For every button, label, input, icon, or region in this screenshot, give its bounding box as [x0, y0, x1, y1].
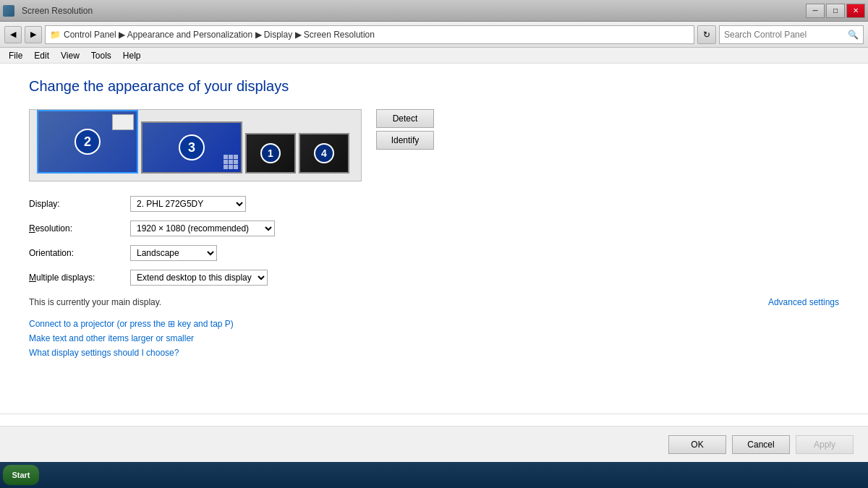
- forward-button[interactable]: ▶: [25, 26, 42, 43]
- cancel-button[interactable]: Cancel: [732, 435, 790, 454]
- taskbar: Start: [0, 462, 868, 488]
- resolution-label-rest: esolution:: [35, 223, 72, 234]
- title-bar: Screen Resolution ─ □ ✕: [0, 0, 868, 22]
- orientation-row: Orientation: Landscape Portrait Landscap…: [29, 245, 839, 261]
- breadcrumb: 📁 Control Panel ▶ Appearance and Persona…: [45, 25, 694, 44]
- links-area: Connect to a projector (or press the ⊞ k…: [29, 319, 839, 358]
- display-control: 2. PHL 272G5DY 1. Generic PnP Monitor 3.…: [130, 196, 246, 212]
- search-box: 🔍: [719, 25, 864, 44]
- menu-view[interactable]: View: [55, 49, 85, 62]
- menu-file[interactable]: File: [3, 49, 28, 62]
- ok-button[interactable]: OK: [668, 435, 726, 454]
- breadcrumb-text: Control Panel ▶ Appearance and Personali…: [64, 30, 375, 40]
- orientation-control: Landscape Portrait Landscape (flipped) P…: [130, 245, 217, 261]
- monitor-2-thumb[interactable]: 2: [37, 110, 138, 174]
- refresh-button[interactable]: ↻: [697, 25, 716, 44]
- menu-tools[interactable]: Tools: [85, 49, 117, 62]
- identify-button[interactable]: Identify: [376, 131, 434, 150]
- display-row: Display: 2. PHL 272G5DY 1. Generic PnP M…: [29, 196, 839, 212]
- multiple-displays-row: Multiple displays: Extend desktop to thi…: [29, 270, 839, 286]
- orientation-select[interactable]: Landscape Portrait Landscape (flipped) P…: [130, 245, 217, 261]
- menu-edit[interactable]: Edit: [28, 49, 55, 62]
- address-bar: ◀ ▶ 📁 Control Panel ▶ Appearance and Per…: [0, 22, 868, 48]
- title-bar-left: Screen Resolution: [3, 5, 93, 17]
- search-icon: 🔍: [848, 30, 859, 40]
- resolution-label: Resolution:: [29, 223, 130, 234]
- resolution-underline-r: R: [29, 223, 35, 234]
- close-button[interactable]: ✕: [846, 4, 865, 18]
- window-icon: [3, 5, 14, 17]
- monitor-3-number: 3: [179, 134, 205, 160]
- displays-container: 2 3 1 4: [29, 109, 362, 181]
- text-size-link[interactable]: Make text and other items larger or smal…: [29, 333, 839, 343]
- back-button[interactable]: ◀: [4, 26, 22, 43]
- multiple-label-rest: ultiple displays:: [36, 273, 95, 283]
- grid-icon: [224, 155, 238, 169]
- separator: [0, 414, 868, 414]
- detect-button[interactable]: Detect: [376, 109, 434, 128]
- display-buttons: Detect Identify: [376, 109, 434, 150]
- page-title: Change the appearance of your displays: [29, 78, 839, 95]
- multiple-select[interactable]: Extend desktop to this display Show desk…: [130, 270, 268, 286]
- display-settings-link[interactable]: What display settings should I choose?: [29, 348, 839, 358]
- monitor-1-thumb[interactable]: 1: [245, 133, 296, 174]
- connect-rest-text: (or press the ⊞ key and tap P): [114, 319, 234, 329]
- title-bar-controls: ─ □ ✕: [806, 4, 865, 18]
- status-text: This is currently your main display.: [29, 297, 161, 307]
- connect-to-text: Connect to a projector: [29, 319, 114, 329]
- menu-bar: File Edit View Tools Help: [0, 48, 868, 64]
- display-area: 2 3 1 4: [29, 109, 839, 181]
- start-button[interactable]: Start: [3, 465, 39, 485]
- advanced-settings-link[interactable]: Advanced settings: [768, 297, 839, 307]
- window-title: Screen Resolution: [22, 6, 93, 16]
- resolution-select[interactable]: 1920 × 1080 (recommended) 1600 × 900 128…: [130, 221, 275, 236]
- minimize-button[interactable]: ─: [806, 4, 825, 18]
- orientation-label: Orientation:: [29, 248, 130, 258]
- search-input[interactable]: [724, 30, 848, 40]
- resolution-control: 1920 × 1080 (recommended) 1600 × 900 128…: [130, 221, 275, 236]
- monitor-1-number: 1: [260, 143, 281, 163]
- settings-form: Display: 2. PHL 272G5DY 1. Generic PnP M…: [29, 196, 839, 286]
- monitor-2-icon: [112, 114, 134, 130]
- breadcrumb-icon: 📁: [50, 30, 61, 40]
- apply-button[interactable]: Apply: [796, 435, 854, 454]
- display-label: Display:: [29, 199, 130, 209]
- monitor-4-thumb[interactable]: 4: [299, 133, 349, 174]
- monitor-2-number: 2: [75, 129, 101, 155]
- main-content: Change the appearance of your displays 2…: [0, 64, 868, 462]
- monitor-4-number: 4: [314, 143, 334, 163]
- connect-projector-link[interactable]: Connect to a projector (or press the ⊞ k…: [29, 319, 839, 329]
- multiple-control: Extend desktop to this display Show desk…: [130, 270, 268, 286]
- content-panel: Change the appearance of your displays 2…: [0, 64, 868, 414]
- monitor-3-thumb[interactable]: 3: [141, 121, 242, 174]
- status-line: This is currently your main display. Adv…: [29, 297, 839, 307]
- maximize-button[interactable]: □: [826, 4, 845, 18]
- button-bar: OK Cancel Apply: [0, 426, 868, 462]
- resolution-row: Resolution: 1920 × 1080 (recommended) 16…: [29, 221, 839, 236]
- multiple-underline-m: M: [29, 273, 36, 283]
- menu-help[interactable]: Help: [117, 49, 147, 62]
- display-select[interactable]: 2. PHL 272G5DY 1. Generic PnP Monitor 3.…: [130, 196, 246, 212]
- multiple-label: Multiple displays:: [29, 273, 130, 283]
